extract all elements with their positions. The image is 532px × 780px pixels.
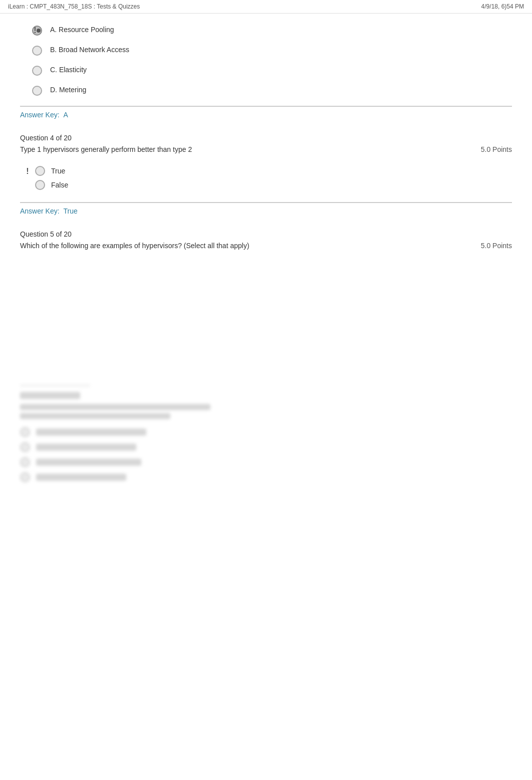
option-true[interactable]: True	[35, 166, 68, 176]
question-3-options: ! A. Resource Pooling B. Broad Network A…	[30, 24, 512, 98]
option-false-label: False	[51, 181, 68, 189]
question-4-points: 5.0 Points	[481, 145, 512, 153]
option-c-radio[interactable]	[32, 66, 42, 76]
blurred-header-bar	[20, 385, 90, 386]
blurred-option-3	[20, 457, 512, 467]
blurred-radio-3	[20, 457, 30, 467]
option-true-radio[interactable]	[35, 166, 45, 176]
option-d-radio[interactable]	[32, 86, 42, 96]
blurred-text-3	[36, 459, 141, 466]
top-bar: iLearn : CMPT_483N_758_18S : Tests & Qui…	[0, 0, 532, 14]
option-d-radio-wrapper	[30, 84, 44, 98]
blurred-option-4	[20, 472, 512, 482]
option-c-radio-wrapper	[30, 64, 44, 78]
blurred-radio-4	[20, 472, 30, 482]
blurred-desc-1	[20, 404, 210, 410]
question-4-header: Question 4 of 20	[20, 134, 512, 143]
option-a-radio[interactable]: !	[32, 26, 42, 36]
option-false[interactable]: False	[35, 180, 68, 190]
option-true-label: True	[51, 167, 65, 175]
question-3-section: ! A. Resource Pooling B. Broad Network A…	[20, 24, 512, 119]
blurred-radio-1	[20, 427, 30, 437]
question-5-text-row: Which of the following are examples of h…	[20, 241, 512, 258]
q4-exclamation-wrapper: !	[20, 166, 35, 176]
question-4-section: Question 4 of 20 Type 1 hypervisors gene…	[20, 134, 512, 215]
option-a-radio-wrapper: !	[30, 24, 44, 38]
answer-key-value-4: True	[63, 207, 77, 215]
question-4-text: Type 1 hypervisors generally perform bet…	[20, 145, 192, 155]
question-4-options-wrapper: ! True False	[20, 166, 512, 194]
main-content: ! A. Resource Pooling B. Broad Network A…	[0, 14, 532, 507]
option-b-label: B. Broad Network Access	[50, 44, 129, 55]
blurred-option-1	[20, 427, 512, 437]
question-4-number: Question 4 of 20	[20, 134, 72, 142]
q4-exclamation-icon: !	[26, 167, 29, 176]
question-5-points: 5.0 Points	[481, 242, 512, 250]
blurred-text-2	[36, 444, 136, 451]
option-b-radio[interactable]	[32, 46, 42, 56]
answer-key-value-3: A	[63, 111, 68, 119]
top-bar-right: 4/9/18, 6)54 PM	[481, 3, 524, 10]
question-5-spacer	[20, 260, 512, 370]
blurred-title	[20, 392, 80, 399]
question-5-header: Question 5 of 20	[20, 230, 512, 239]
option-a-exclamation: !	[34, 26, 36, 35]
question-3-answer-key: Answer Key: A	[20, 106, 512, 119]
blurred-text-4	[36, 474, 126, 481]
question-4-text-row: Type 1 hypervisors generally perform bet…	[20, 145, 512, 162]
question-4-answer-key: Answer Key: True	[20, 202, 512, 215]
top-bar-left: iLearn : CMPT_483N_758_18S : Tests & Qui…	[8, 3, 140, 10]
option-d[interactable]: D. Metering	[30, 84, 512, 98]
blurred-option-2	[20, 442, 512, 452]
question-5-section: Question 5 of 20 Which of the following …	[20, 230, 512, 370]
blurred-desc-2	[20, 413, 170, 419]
answer-key-label-3: Answer Key:	[20, 111, 60, 119]
option-a-label: A. Resource Pooling	[50, 24, 114, 35]
blurred-text-1	[36, 429, 146, 436]
blurred-radio-2	[20, 442, 30, 452]
answer-key-label-4: Answer Key:	[20, 207, 60, 215]
option-false-radio[interactable]	[35, 180, 45, 190]
option-a[interactable]: ! A. Resource Pooling	[30, 24, 512, 38]
option-d-label: D. Metering	[50, 84, 86, 95]
blurred-question-section	[20, 385, 512, 482]
option-c[interactable]: C. Elasticity	[30, 64, 512, 78]
option-b-radio-wrapper	[30, 44, 44, 58]
question-4-tf-options: True False	[35, 166, 68, 194]
option-b[interactable]: B. Broad Network Access	[30, 44, 512, 58]
question-5-text: Which of the following are examples of h…	[20, 241, 249, 251]
question-5-number: Question 5 of 20	[20, 230, 72, 238]
option-c-label: C. Elasticity	[50, 64, 87, 75]
